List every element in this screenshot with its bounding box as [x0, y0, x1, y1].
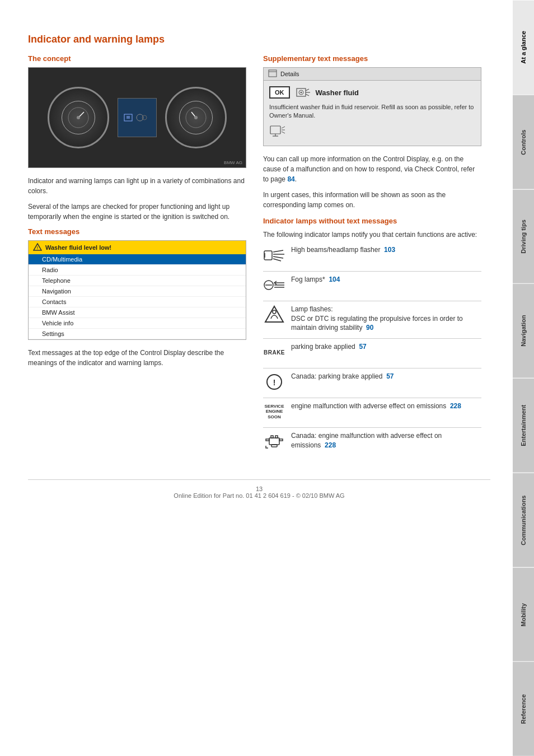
- supp-content: OK W: [264, 81, 481, 146]
- supp-ok-button[interactable]: OK: [269, 86, 290, 99]
- list-item: Radio: [29, 265, 246, 276]
- washer-icon-area: Washer fluid: [296, 86, 359, 99]
- sidebar-tab-reference[interactable]: Reference: [513, 661, 534, 756]
- sidebar-tab-entertainment[interactable]: Entertainment: [513, 378, 534, 473]
- svg-rect-43: [275, 436, 278, 438]
- text-msg-body-text: Text messages at the top edge of the Con…: [28, 348, 246, 368]
- washer-icon: [296, 86, 311, 99]
- supp-body-para2: In urgent cases, this information will b…: [263, 190, 481, 210]
- svg-point-16: [300, 92, 302, 94]
- supp-body-text: Insufficient washer fluid in fluid reser…: [269, 103, 475, 120]
- text-messages-heading: Text messages: [28, 227, 246, 236]
- svg-line-25: [282, 132, 285, 133]
- divider-3: [263, 338, 481, 339]
- fog-ref[interactable]: 104: [329, 276, 340, 283]
- list-item: Settings: [29, 329, 246, 339]
- svg-text:!: !: [273, 378, 276, 387]
- list-item: BMW Assist: [29, 307, 246, 318]
- indicator-item-dsc: Lamp flashes: DSC or DTC is regulating t…: [263, 305, 481, 333]
- engine-malfunction-icon: [265, 433, 284, 449]
- brake-text-icon: BRAKE: [264, 349, 285, 356]
- gauge-right: [165, 87, 227, 148]
- divider-6: [263, 427, 481, 428]
- dsc-ref[interactable]: 90: [366, 324, 373, 332]
- canada-brake-desc: Canada: parking brake applied 57: [291, 372, 481, 381]
- footer-text: Online Edition for Part no. 01 41 2 604 …: [174, 492, 344, 499]
- gauge-left: [48, 87, 109, 148]
- dsc-icon-box: [263, 305, 285, 325]
- svg-point-6: [142, 115, 147, 120]
- list-item: Vehicle info: [29, 318, 246, 329]
- text-msg-list: CD/Multimedia Radio Telephone Navigation…: [29, 254, 246, 339]
- indicator-item-engine: Canada: engine malfunction with adverse …: [263, 431, 481, 451]
- canada-brake-ref[interactable]: 57: [386, 372, 394, 380]
- sidebar-tab-mobility[interactable]: Mobility: [513, 567, 534, 662]
- indicator-item-highbeam: High beams/headlamp flasher 103: [263, 245, 481, 265]
- divider-2: [263, 301, 481, 301]
- svg-rect-42: [271, 436, 273, 438]
- svg-rect-20: [270, 126, 280, 134]
- sidebar-tab-navigation[interactable]: Navigation: [513, 283, 534, 378]
- fog-desc: Fog lamps* 104: [291, 275, 481, 284]
- indicator-item-canada-brake: ! Canada: parking brake applied 57: [263, 372, 481, 392]
- text-msg-header: ! Washer fluid level low!: [29, 241, 246, 254]
- image-caption: BMW AG: [224, 160, 242, 165]
- warning-triangle-icon: !: [33, 243, 42, 252]
- engine-desc: Canada: engine malfunction with adverse …: [291, 431, 481, 450]
- sidebar-tab-controls[interactable]: Controls: [513, 95, 534, 189]
- gauge-inner-right: [179, 101, 213, 134]
- service-ref[interactable]: 228: [450, 402, 461, 410]
- concept-heading: The concept: [28, 54, 246, 63]
- list-item: CD/Multimedia: [29, 254, 246, 265]
- svg-line-29: [273, 256, 283, 258]
- svg-text:!: !: [37, 246, 38, 250]
- engine-ref[interactable]: 228: [325, 441, 336, 449]
- text-messages-box: ! Washer fluid level low! CD/Multimedia …: [28, 240, 246, 340]
- svg-rect-4: [127, 116, 130, 119]
- text-msg-header-label: Washer fluid level low!: [45, 244, 111, 251]
- supp-ok-row: OK W: [269, 86, 475, 99]
- svg-line-17: [306, 89, 309, 91]
- highbeam-ref[interactable]: 103: [384, 246, 395, 254]
- brake-ref[interactable]: 57: [359, 343, 366, 351]
- fog-icon: [263, 277, 285, 293]
- supp-bottom-icon: [269, 125, 286, 140]
- svg-line-19: [306, 94, 309, 96]
- svg-point-9: [194, 116, 198, 119]
- brake-icon-box: BRAKE: [263, 342, 285, 362]
- svg-point-38: [273, 310, 276, 314]
- supp-page-ref[interactable]: 84: [287, 175, 294, 183]
- sidebar-tab-at-a-glance[interactable]: At a glance: [513, 0, 534, 95]
- body-text-2: Several of the lamps are checked for pro…: [28, 202, 246, 222]
- svg-rect-26: [264, 251, 272, 260]
- sidebar-tab-communications[interactable]: Communications: [513, 473, 534, 567]
- list-item: Telephone: [29, 276, 246, 286]
- body-text-1: Indicator and warning lamps can light up…: [28, 176, 246, 196]
- list-item: Contacts: [29, 297, 246, 307]
- svg-line-23: [282, 127, 285, 128]
- divider-4: [263, 368, 481, 368]
- indicator-intro-text: The following indicator lamps notify you…: [263, 230, 481, 240]
- service-icon-box: SERVICEENGINESOON: [263, 402, 285, 422]
- dsc-icon: [264, 305, 284, 324]
- center-display-icons: [123, 112, 151, 123]
- sidebar: At a glance Controls Driving tips Naviga…: [513, 0, 534, 756]
- supp-window-title: Details: [280, 71, 299, 77]
- indicator-item-service: SERVICEENGINESOON engine malfunction wit…: [263, 402, 481, 422]
- left-column: The concept: [28, 54, 246, 457]
- engine-icon-box: [263, 431, 285, 451]
- fog-icon-box: [263, 275, 285, 295]
- svg-line-27: [273, 250, 283, 252]
- supp-titlebar: Details: [264, 68, 481, 81]
- svg-rect-12: [269, 70, 277, 77]
- supplementary-heading: Supplementary text messages: [263, 54, 481, 63]
- highbeam-icon: [263, 248, 285, 263]
- highbeam-icon-box: [263, 245, 285, 265]
- divider-1: [263, 271, 481, 272]
- svg-rect-44: [266, 439, 269, 441]
- instrument-cluster-image: BMW AG: [28, 67, 246, 168]
- sidebar-tab-driving-tips[interactable]: Driving tips: [513, 189, 534, 284]
- page-footer: 13 Online Edition for Part no. 01 41 2 6…: [28, 479, 490, 499]
- supp-window-icon: [268, 69, 277, 78]
- right-column: Supplementary text messages Details: [263, 54, 481, 457]
